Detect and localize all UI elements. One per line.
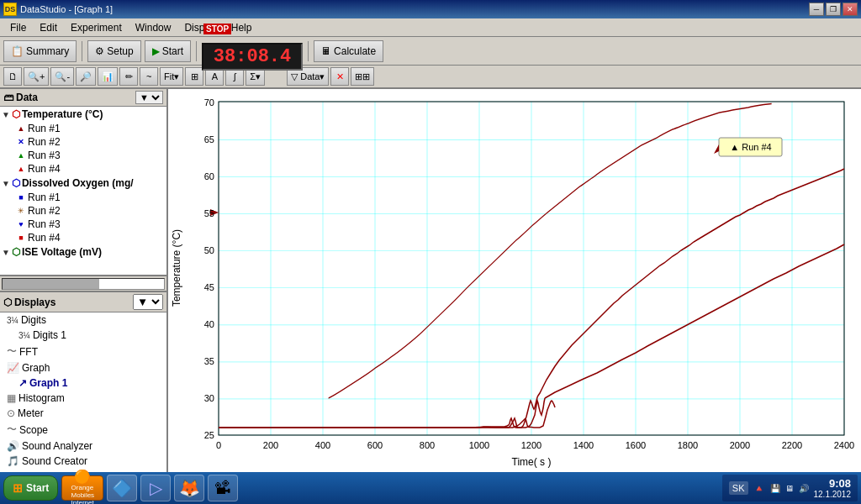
tree-run-temp-2[interactable]: ✕ Run #2: [0, 135, 166, 149]
svg-text:70: 70: [204, 97, 214, 108]
svg-text:2200: 2200: [782, 440, 802, 450]
display-graph[interactable]: 📈 Graph: [0, 360, 166, 375]
svg-text:65: 65: [204, 134, 214, 144]
sound-analyzer-label: Sound Analyzer: [22, 440, 92, 452]
calculate-button[interactable]: 🖩 Calculate: [314, 40, 383, 62]
run1-temp-icon: ▲: [17, 124, 25, 133]
display-histogram[interactable]: ▦ Histogram: [0, 391, 166, 406]
stop-label: STOP: [203, 24, 231, 34]
zoom-in-btn[interactable]: 🔍+: [24, 67, 49, 86]
tree-run-temp-4[interactable]: ▲ Run #4: [0, 162, 166, 176]
run4-oxy-label: Run #4: [28, 232, 61, 244]
tree-run-oxy-1[interactable]: ■ Run #1: [0, 191, 166, 204]
data-dropdown-select[interactable]: ▼: [135, 91, 163, 104]
tree-group-oxygen[interactable]: ▼ ⬡ Dissolved Oxygen (mg/: [0, 176, 166, 191]
zoom-select-btn[interactable]: 🔎: [76, 67, 96, 86]
media-icon: 📽: [214, 479, 231, 498]
menu-window[interactable]: Window: [129, 20, 178, 35]
tree-icon-temperature: ⬡: [12, 108, 20, 120]
displays-dropdown[interactable]: ▼: [133, 294, 163, 310]
tree-run-temp-1[interactable]: ▲ Run #1: [0, 122, 166, 135]
start-label: Start: [162, 45, 183, 57]
display-digits[interactable]: 3¼ Digits: [0, 312, 166, 328]
edit-btn[interactable]: ✏: [119, 67, 138, 86]
taskbar-btn-3[interactable]: 🦊: [174, 475, 204, 501]
menu-experiment[interactable]: Experiment: [64, 20, 129, 35]
graph-label: Graph: [22, 362, 50, 374]
run3-temp-icon: ▲: [17, 151, 25, 160]
expand-ise: ▼: [2, 248, 10, 257]
display-sound-creator[interactable]: 🎵 Sound Creator: [0, 454, 166, 469]
new-graph-btn[interactable]: 🗋: [3, 67, 22, 86]
setup-label: Setup: [107, 45, 133, 57]
delete-btn[interactable]: ✕: [330, 67, 349, 86]
menu-file[interactable]: File: [3, 20, 33, 35]
run2-oxy-icon: ✳: [17, 207, 25, 215]
tree-run-oxy-3[interactable]: ♥ Run #3: [0, 218, 166, 231]
horizontal-scrollbar[interactable]: [0, 276, 166, 291]
minimize-button[interactable]: ─: [809, 3, 824, 16]
run4-oxy-icon: ■: [17, 234, 25, 242]
start-icon: ▶: [152, 45, 160, 57]
display-digits-1[interactable]: 3¼ Digits 1: [0, 328, 166, 343]
restore-button[interactable]: ❐: [826, 3, 841, 16]
svg-text:2400: 2400: [834, 440, 854, 450]
main-area: 🗃 Data ▼ ▼ ⬡ Temperature (°C) ▲ Run #1 ✕…: [0, 89, 861, 477]
display-scope[interactable]: 〜 Scope: [0, 421, 166, 438]
display-graph-1[interactable]: ↗ Graph 1: [0, 375, 166, 391]
lang-badge[interactable]: SK: [729, 481, 748, 495]
scope-label: Scope: [19, 424, 48, 436]
graph-svg: 25 30 35 40 45 50 55 60 65 70: [168, 89, 861, 477]
bar-chart-btn[interactable]: 📊: [98, 67, 118, 86]
tree-group-ise[interactable]: ▼ ⬡ ISE Voltage (mV): [0, 244, 166, 260]
displays-icon: ⬡: [3, 297, 12, 308]
firefox-icon: 🦊: [179, 478, 200, 498]
data-header-label: Data: [16, 92, 38, 103]
taskbar-btn-1[interactable]: 🔷: [107, 475, 137, 501]
start-label: Start: [26, 482, 49, 494]
fit-dropdown[interactable]: Fit▾: [160, 67, 183, 86]
expand-oxygen: ▼: [2, 179, 10, 188]
icon-1: 🔷: [112, 478, 133, 498]
svg-text:400: 400: [315, 440, 330, 450]
svg-text:55: 55: [204, 208, 214, 218]
table-btn[interactable]: ⊞: [185, 67, 203, 86]
display-sound-analyzer[interactable]: 🔊 Sound Analyzer: [0, 438, 166, 454]
displays-label: Displays: [14, 297, 55, 308]
close-button[interactable]: ✕: [843, 3, 858, 16]
tree-run-oxy-4[interactable]: ■ Run #4: [0, 231, 166, 244]
digits1-icon: 3¼: [18, 331, 30, 340]
setup-button[interactable]: ⚙ Setup: [87, 40, 140, 62]
tree-run-oxy-2[interactable]: ✳ Run #2: [0, 204, 166, 218]
tree-run-temp-3[interactable]: ▲ Run #3: [0, 149, 166, 162]
zoom-out-btn[interactable]: 🔍-: [50, 67, 74, 86]
curve-fit-btn[interactable]: ~: [140, 67, 158, 86]
tree-label-temperature: Temperature (°C): [22, 108, 103, 120]
run3-temp-label: Run #3: [28, 150, 61, 161]
summary-icon: 📋: [11, 45, 24, 57]
graph-area: 25 30 35 40 45 50 55 60 65 70: [168, 89, 861, 477]
taskbar-btn-2[interactable]: ▷: [140, 475, 171, 501]
calculate-label: Calculate: [334, 45, 376, 57]
orange-app[interactable]: 🟠 OrangeMobilesInternet: [61, 475, 103, 501]
taskbar-btn-4[interactable]: 📽: [208, 475, 238, 501]
y-axis-title: Temperature (°C): [171, 229, 182, 307]
display-meter[interactable]: ⊙ Meter: [0, 406, 166, 421]
title-bar: DS DataStudio - [Graph 1] ─ ❐ ✕: [0, 0, 861, 18]
system-clock[interactable]: 9:08 12.1.2012: [814, 477, 852, 499]
display-fft[interactable]: 〜 FFT: [0, 343, 166, 360]
tray-icon-3: 🖥: [785, 484, 794, 493]
start-button[interactable]: ⊞ Start: [3, 475, 58, 501]
data-header-icon: 🗃: [3, 92, 13, 103]
summary-button[interactable]: 📋 Summary: [3, 40, 77, 62]
more-btn[interactable]: ⊞⊞: [351, 67, 374, 86]
svg-text:800: 800: [420, 440, 435, 450]
data-header: 🗃 Data ▼: [0, 89, 166, 107]
histogram-label: Histogram: [18, 392, 65, 404]
tree-group-temperature[interactable]: ▼ ⬡ Temperature (°C): [0, 107, 166, 122]
menu-edit[interactable]: Edit: [33, 20, 64, 35]
tray-icon-1: 🔺: [753, 483, 765, 494]
graph1-label: Graph 1: [29, 377, 67, 389]
digits-icon: 3¼: [7, 316, 18, 325]
start-button[interactable]: ▶ Start: [145, 40, 191, 62]
